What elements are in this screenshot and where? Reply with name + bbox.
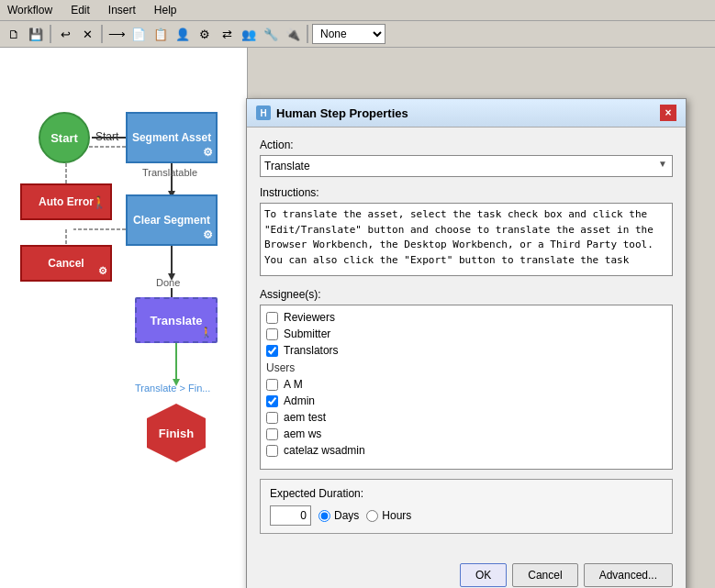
- assignee-translators-checkbox[interactable]: [266, 345, 278, 357]
- dialog-body: Action: Translate Review Custom Instruct…: [247, 128, 686, 556]
- expected-duration-group: Expected Duration: 0 Days Hours: [260, 479, 673, 534]
- user-am-checkbox[interactable]: [266, 379, 278, 391]
- dialog-titlebar: H Human Step Properties ×: [247, 99, 686, 128]
- user-catelaz: catelaz wsadmin: [266, 442, 666, 459]
- dialog-close-button[interactable]: ×: [660, 105, 676, 121]
- user-aemws-checkbox[interactable]: [266, 428, 278, 440]
- user-aemtest-checkbox[interactable]: [266, 412, 278, 424]
- toolbar-sep3: [307, 25, 308, 43]
- user-admin-label: Admin: [284, 394, 315, 407]
- user-catelaz-label: catelaz wsadmin: [284, 444, 365, 457]
- assignee-submitter-checkbox[interactable]: [266, 328, 278, 340]
- toolbar-sep1: [50, 25, 51, 43]
- user-admin-checkbox[interactable]: [266, 395, 278, 407]
- assignees-box[interactable]: Reviewers Submitter Translators Users: [260, 305, 673, 470]
- dialog-overlay: H Human Step Properties × Action: Transl…: [0, 48, 715, 588]
- toolbar-redo[interactable]: ✕: [77, 24, 97, 44]
- assignee-translators-label: Translators: [284, 344, 339, 357]
- expected-duration-title: Expected Duration:: [270, 487, 663, 500]
- toolbar-group[interactable]: 👥: [239, 24, 259, 44]
- user-aemws-label: aem ws: [284, 427, 321, 440]
- hours-label: Hours: [382, 509, 411, 522]
- hours-radio-label: Hours: [366, 509, 411, 522]
- action-label: Action:: [260, 139, 673, 151]
- toolbar-plugin[interactable]: 🔌: [283, 24, 303, 44]
- user-aemws: aem ws: [266, 426, 666, 442]
- action-select-wrapper: Translate Review Custom: [260, 155, 673, 177]
- main-area: Start Start Segment Asset ⚙ Translatable…: [0, 48, 715, 588]
- toolbar-gear[interactable]: ⚙: [195, 24, 215, 44]
- toolbar-arrows[interactable]: ⇄: [217, 24, 237, 44]
- assignee-translators: Translators: [266, 342, 666, 359]
- menu-workflow[interactable]: Workflow: [4, 2, 56, 18]
- assignees-label: Assignee(s):: [260, 288, 673, 301]
- assignee-reviewers-checkbox[interactable]: [266, 312, 278, 324]
- duration-input[interactable]: 0: [270, 505, 311, 526]
- assignee-submitter-label: Submitter: [284, 327, 330, 340]
- menu-help[interactable]: Help: [151, 2, 181, 18]
- user-am: A M: [266, 376, 666, 393]
- menubar: Workflow Edit Insert Help: [0, 0, 715, 21]
- menu-edit[interactable]: Edit: [67, 2, 94, 18]
- dialog-title-icon: H: [256, 105, 271, 120]
- ok-button[interactable]: OK: [460, 563, 507, 587]
- assignee-reviewers-label: Reviewers: [284, 311, 335, 324]
- toolbar-sep2: [101, 25, 103, 43]
- days-radio[interactable]: [318, 510, 330, 522]
- duration-row: 0 Days Hours: [270, 505, 663, 526]
- hours-radio[interactable]: [366, 510, 378, 522]
- assignee-submitter: Submitter: [266, 326, 666, 342]
- days-radio-label: Days: [318, 509, 359, 522]
- dialog-title-text: Human Step Properties: [276, 106, 408, 120]
- cancel-button[interactable]: Cancel: [512, 563, 577, 587]
- human-step-properties-dialog: H Human Step Properties × Action: Transl…: [246, 98, 687, 588]
- user-am-label: A M: [284, 378, 303, 391]
- toolbar-undo[interactable]: ↩: [55, 24, 75, 44]
- toolbar-person[interactable]: 👤: [173, 24, 193, 44]
- toolbar-settings[interactable]: 🔧: [261, 24, 281, 44]
- toolbar-save[interactable]: 💾: [26, 24, 46, 44]
- assignee-reviewers: Reviewers: [266, 309, 666, 326]
- user-aemtest: aem test: [266, 409, 666, 426]
- days-label: Days: [334, 509, 359, 522]
- toolbar-page[interactable]: 📋: [151, 24, 171, 44]
- toolbar-new[interactable]: 🗋: [4, 24, 24, 44]
- dialog-footer: OK Cancel Advanced...: [247, 556, 686, 588]
- action-select[interactable]: Translate Review Custom: [260, 155, 673, 177]
- toolbar-doc[interactable]: 📄: [128, 24, 149, 44]
- dialog-title-area: H Human Step Properties: [256, 105, 408, 120]
- user-admin: Admin: [266, 393, 666, 409]
- toolbar-dropdown[interactable]: None: [312, 24, 385, 44]
- user-aemtest-label: aem test: [284, 411, 326, 424]
- user-catelaz-checkbox[interactable]: [266, 445, 278, 457]
- users-section-header: Users: [266, 359, 666, 376]
- toolbar: 🗋 💾 ↩ ✕ ⟶ 📄 📋 👤 ⚙ ⇄ 👥 🔧 🔌 None: [0, 21, 715, 48]
- toolbar-step[interactable]: ⟶: [106, 24, 127, 44]
- instructions-textarea[interactable]: To translate the asset, select the task …: [260, 203, 673, 276]
- advanced-button[interactable]: Advanced...: [584, 563, 673, 587]
- menu-insert[interactable]: Insert: [105, 2, 140, 18]
- instructions-label: Instructions:: [260, 186, 673, 199]
